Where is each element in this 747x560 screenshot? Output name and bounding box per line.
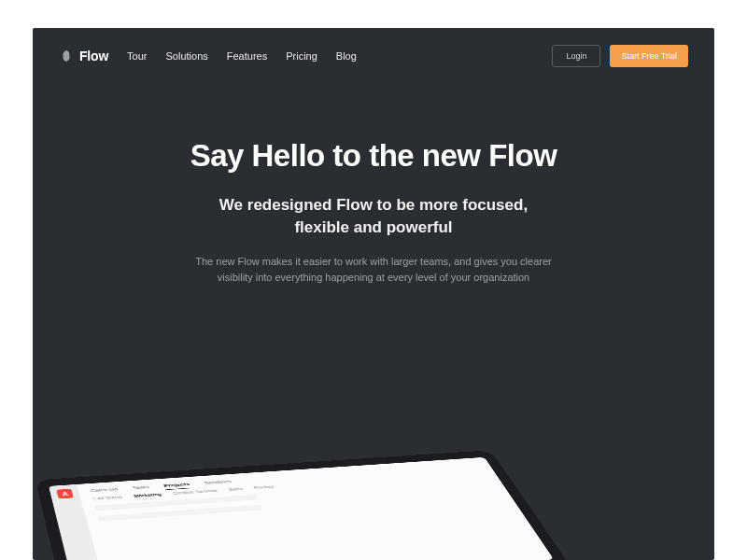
mockup-tab-tasks: Tasks [132,484,150,490]
hero-subtitle: We redesigned Flow to be more focused, f… [117,194,630,239]
mockup-tab-catchup: Catch Up [90,486,119,493]
hero-title: Say Hello to the new Flow [117,138,630,174]
mockup-subtab-creative: Creative Services [172,489,218,496]
mockup-app-badge: A [56,489,74,499]
hero-subtitle-line2: flexible and powerful [294,218,452,236]
mockup-device-frame: A Catch Up Tasks Projects Timelines < Al… [35,450,571,560]
nav-right: Login Start Free Trial [552,45,688,67]
login-button[interactable]: Login [552,45,600,67]
mockup-tab-timelines: Timelines [204,479,233,485]
nav-link-blog[interactable]: Blog [336,50,357,62]
landing-page: Flow Tour Solutions Features Pricing Blo… [33,28,714,560]
brand-name: Flow [79,49,108,63]
mockup-subtab-product: Product [253,484,274,489]
mockup-subtab-marketing: Marketing [134,493,162,498]
mockup-screen: A Catch Up Tasks Projects Timelines < Al… [49,457,554,560]
mockup-subtab-sales: Sales [228,487,244,492]
product-mockup: A Catch Up Tasks Projects Timelines < Al… [35,450,571,560]
brand-logo[interactable]: Flow [59,49,108,63]
nav-link-features[interactable]: Features [227,50,267,62]
mockup-main: Catch Up Tasks Projects Timelines < All … [77,457,554,560]
hero-subtitle-line1: We redesigned Flow to be more focused, [219,196,528,214]
nav-link-solutions[interactable]: Solutions [166,50,208,62]
mockup-subtab-allteams: < All Teams [92,495,123,500]
flow-logo-icon [59,49,74,63]
hero-section: Say Hello to the new Flow We redesigned … [33,84,714,287]
top-nav: Flow Tour Solutions Features Pricing Blo… [33,28,714,84]
nav-links: Tour Solutions Features Pricing Blog [127,50,357,62]
mockup-tab-projects: Projects [163,482,190,488]
start-free-trial-button[interactable]: Start Free Trial [610,45,688,67]
nav-link-pricing[interactable]: Pricing [286,50,317,62]
hero-body: The new Flow makes it easier to work wit… [187,254,560,287]
nav-link-tour[interactable]: Tour [127,50,147,62]
